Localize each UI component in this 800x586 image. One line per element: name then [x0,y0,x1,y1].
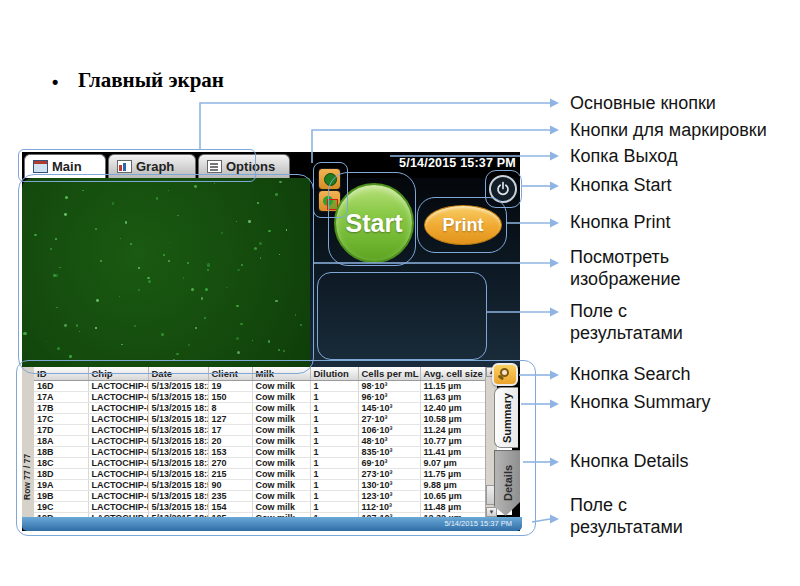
table-row[interactable]: 17DLACTOCHIP-LQ15/13/2015 18:30:417Cow m… [34,425,485,436]
cell-dot [214,183,215,184]
tab-main[interactable]: Main [24,154,106,178]
cell-dot [221,232,223,234]
column-header[interactable]: ID [34,367,88,381]
table-cell: 215 [208,469,252,480]
table-cell: LACTOCHIP-LQ1 [88,447,148,458]
cell-dot [148,280,151,283]
table-row[interactable]: 19CLACTOCHIP-LQ15/13/2015 18:58:0154Cow … [34,502,485,513]
table-cell: 5/13/2015 18:34:2 [148,447,208,458]
cell-dot [57,347,60,350]
column-header[interactable]: Date [148,367,208,381]
table-cell: 1 [310,469,358,480]
table-row[interactable]: 18CLACTOCHIP-LQ15/13/2015 18:35:3270Cow … [34,458,485,469]
table-cell: Cow milk [252,381,310,392]
table-cell: 273·10³ [358,469,420,480]
cell-dot [161,333,164,336]
table-cell: 5/13/2015 18:55:3 [148,480,208,491]
cell-dot [50,248,52,250]
table-cell: 17D [34,425,88,436]
cell-dot [130,243,132,245]
table-row[interactable]: 19BLACTOCHIP-LQ15/13/2015 18:56:4235Cow … [34,491,485,502]
cell-dot [183,277,185,279]
print-button[interactable]: Print [424,205,502,245]
marking-button-circle[interactable] [318,168,341,190]
cell-dot [100,260,102,262]
table-row[interactable]: 17CLACTOCHIP-LQ15/13/2015 18:29:3127Cow … [34,414,485,425]
table-row[interactable]: 17ALACTOCHIP-LQ15/13/2015 18:27:0150Cow … [34,392,485,403]
table-row[interactable]: 16DLACTOCHIP-LQ15/13/2015 18:24:419Cow m… [34,381,485,392]
tab-graph[interactable]: Graph [108,154,196,178]
cell-dot [237,351,240,354]
table-row[interactable]: 18BLACTOCHIP-LQ15/13/2015 18:34:2153Cow … [34,447,485,458]
cell-dot [275,193,277,195]
table-cell: 10.65 µm [420,491,485,502]
cell-dot [59,267,61,269]
page-title: Главный экран [78,68,224,93]
annotation-label: Кнопка Print [570,211,770,233]
table-cell: 5/13/2015 18:35:3 [148,458,208,469]
column-header[interactable]: Cells per mL [358,367,420,381]
cell-dot [56,307,57,308]
table-cell: 1 [310,458,358,469]
table-cell: Cow milk [252,458,310,469]
table-row[interactable]: 19ALACTOCHIP-LQ15/13/2015 18:55:390Cow m… [34,480,485,491]
cell-dot [268,230,270,232]
cell-dot [236,221,238,223]
table-cell: LACTOCHIP-LQ1 [88,392,148,403]
cell-dot [119,296,120,297]
column-header[interactable]: Client [208,367,252,381]
table-cell: 17A [34,392,88,403]
cell-dot [163,254,165,256]
cell-dot [194,185,197,188]
cell-dot [83,190,85,192]
tab-bar: MainGraphOptions 5/14/2015 15:37 PM [22,152,520,178]
table-cell: 19A [34,480,88,491]
cell-dot [241,264,243,266]
table-cell: 16D [34,381,88,392]
cell-dot [201,297,203,299]
start-button[interactable]: Start [334,183,414,263]
table-cell: 154 [208,502,252,513]
cell-dot [252,340,253,341]
table-cell: 9.88 µm [420,480,485,491]
details-tab[interactable]: Details [494,450,520,516]
table-cell: LACTOCHIP-LQ1 [88,491,148,502]
table-cell: LACTOCHIP-LQ1 [88,458,148,469]
table-cell: LACTOCHIP-LQ1 [88,414,148,425]
table-row[interactable]: 18ALACTOCHIP-LQ15/13/2015 18:33:120Cow m… [34,436,485,447]
annotation-label: Кнопка Search [570,363,770,385]
power-button[interactable] [489,175,517,203]
search-button[interactable] [492,363,518,386]
table-body: 16DLACTOCHIP-LQ15/13/2015 18:24:419Cow m… [34,381,485,518]
column-header[interactable]: Chip [88,367,148,381]
cell-dot [204,317,206,319]
scroll-down-icon[interactable]: ▼ [486,507,497,517]
table-row[interactable]: 18DLACTOCHIP-LQ15/13/2015 18:36:3215Cow … [34,469,485,480]
options-tab-icon [207,160,222,173]
table-cell: 235 [208,491,252,502]
sample-image-view[interactable] [22,178,310,367]
column-header[interactable]: Milk [252,367,310,381]
column-header[interactable]: Avg. cell size [420,367,485,381]
table-cell: 1 [310,447,358,458]
cell-dot [53,274,56,277]
table-cell: LACTOCHIP-LQ1 [88,436,148,447]
table-cell: 96·10³ [358,392,420,403]
column-header[interactable]: Dilution [310,367,358,381]
cell-dot [237,269,239,271]
tab-options[interactable]: Options [198,154,290,178]
table-cell: Cow milk [252,469,310,480]
table-cell: 10.77 µm [420,436,485,447]
cell-dot [187,262,189,264]
annotation-label: Посмотреть изображение [570,246,735,290]
table-cell: 8 [208,403,252,414]
table-cell: 1 [310,392,358,403]
cell-dot [34,234,36,236]
table-cell: 5/13/2015 18:27:0 [148,392,208,403]
summary-tab[interactable]: Summary [494,387,518,448]
cell-dot [46,341,47,342]
cell-dot [168,260,170,262]
cell-dot [268,340,271,343]
table-row[interactable]: 17BLACTOCHIP-LQ15/13/2015 18:28:28Cow mi… [34,403,485,414]
table-cell: Cow milk [252,447,310,458]
